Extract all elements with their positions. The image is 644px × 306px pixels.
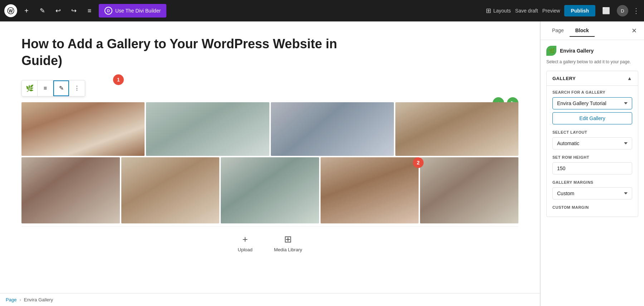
block-more-button[interactable]: ⋮	[69, 80, 85, 96]
row-height-input[interactable]	[552, 162, 632, 174]
toolbar-right: ⊞ Layouts Save draft Preview Publish ⬜ D…	[486, 4, 640, 17]
sidebar-tabs: Page Block	[546, 25, 595, 37]
upload-icon: +	[243, 234, 248, 245]
edit-pencil-icon: ✎	[59, 85, 64, 92]
gallery-image-2[interactable]	[146, 102, 269, 156]
custom-margin-label: CUSTOM MARGIN	[552, 205, 632, 209]
block-panel: 🌿 Envira Gallery Select a gallery below …	[541, 40, 644, 228]
search-gallery-label: SEARCH FOR A GALLERY	[552, 90, 632, 94]
add-button[interactable]: +	[20, 4, 33, 17]
gallery-image-5[interactable]	[21, 157, 120, 223]
main-area: 1 How to Add a Gallery to Your WordPress…	[0, 21, 644, 306]
envira-leaf-icon: 🌿	[546, 46, 556, 56]
step-badge-1: 1	[113, 74, 124, 85]
layouts-icon: ⊞	[486, 7, 491, 15]
gallery-select-wrapper: Envira Gallery Tutorial My Gallery Portf…	[552, 97, 632, 109]
media-library-button[interactable]: ⊞ Media Library	[274, 234, 302, 252]
close-icon: ✕	[631, 27, 637, 34]
gallery-image-8[interactable]	[321, 157, 419, 223]
accordion-toggle[interactable]: Gallery ▲	[547, 71, 638, 85]
top-toolbar: W + ✎ ↩ ↪ ≡ D Use The Divi Builder ⊞ Lay…	[0, 0, 644, 21]
sidebar-header: Page Block ✕	[541, 21, 644, 40]
sidebar-toggle-button[interactable]: ⬜	[600, 4, 613, 17]
undo-button[interactable]: ↩	[52, 4, 64, 17]
list-view-button[interactable]: ≡	[83, 4, 96, 17]
sidebar-close-button[interactable]: ✕	[630, 25, 638, 36]
block-toolbar: 🌿 ≡ ✎ ⋮	[21, 80, 85, 97]
gallery-select[interactable]: Envira Gallery Tutorial My Gallery Portf…	[552, 97, 632, 109]
tab-block[interactable]: Block	[570, 25, 595, 37]
margins-select[interactable]: Custom None Small Medium Large	[552, 187, 632, 199]
row-height-label: SET ROW HEIGHT	[552, 155, 632, 159]
gallery-accordion: Gallery ▲ SEARCH FOR A GALLERY Envira Ga…	[546, 71, 638, 217]
sidebar-toggle-icon: ⬜	[602, 7, 610, 15]
gallery-image-9[interactable]	[420, 157, 518, 223]
divi-builder-button[interactable]: D Use The Divi Builder	[99, 4, 166, 18]
page-title: How to Add a Gallery to Your WordPress W…	[21, 36, 518, 69]
block-align-button[interactable]: ≡	[38, 80, 53, 96]
redo-button[interactable]: ↪	[67, 4, 80, 17]
gallery-margins-label: GALLERY MARGINS	[552, 180, 632, 184]
breadcrumb-current: Envira Gallery	[24, 297, 53, 302]
upload-bar: + Upload ⊞ Media Library	[21, 226, 518, 260]
user-avatar[interactable]: D	[617, 5, 628, 16]
right-sidebar: Page Block ✕ 🌿 Envira Gallery Select a g…	[540, 21, 644, 306]
save-draft-button[interactable]: Save draft	[515, 8, 538, 14]
divi-circle: D	[104, 7, 112, 15]
leaf-icon: 🌿	[26, 84, 34, 92]
editor-area: 1 How to Add a Gallery to Your WordPress…	[0, 21, 540, 306]
more-dots-icon: ⋮	[74, 85, 80, 92]
gallery-row-2	[21, 157, 518, 223]
select-layout-label: SELECT LAYOUT	[552, 130, 632, 134]
gallery-image-6[interactable]	[121, 157, 220, 223]
pencil-icon: ✎	[40, 7, 45, 15]
more-icon: ⋮	[633, 7, 640, 15]
add-icon: +	[24, 7, 29, 15]
preview-button[interactable]: Preview	[542, 8, 560, 14]
more-options-button[interactable]: ⋮	[633, 6, 640, 15]
upload-label: Upload	[238, 247, 253, 252]
gallery-image-3[interactable]	[271, 102, 394, 156]
step-badge-2-wrapper: 2	[413, 157, 424, 168]
gallery-image-1[interactable]	[21, 102, 145, 156]
block-panel-desc: Select a gallery below to add it to your…	[546, 59, 638, 65]
tab-page[interactable]: Page	[546, 25, 570, 37]
gallery-section-title: Gallery	[552, 76, 576, 81]
breadcrumb-page[interactable]: Page	[6, 297, 16, 302]
accordion-body: SEARCH FOR A GALLERY Envira Gallery Tuto…	[547, 85, 638, 217]
breadcrumb-separator: ›	[19, 297, 21, 302]
gallery-image-4[interactable]	[395, 102, 518, 156]
block-transform-button[interactable]: 🌿	[22, 80, 38, 96]
gallery-image-7[interactable]	[221, 157, 319, 223]
wp-logo[interactable]: W	[4, 4, 17, 17]
align-icon: ≡	[44, 85, 47, 92]
media-library-label: Media Library	[274, 247, 302, 252]
redo-icon: ↪	[71, 7, 77, 15]
block-panel-header: 🌿 Envira Gallery	[546, 46, 638, 56]
breadcrumb: Page › Envira Gallery	[0, 293, 540, 306]
layouts-button[interactable]: ⊞ Layouts	[486, 7, 511, 15]
upload-button[interactable]: + Upload	[238, 234, 253, 252]
chevron-up-icon: ▲	[627, 75, 632, 81]
media-library-icon: ⊞	[284, 234, 292, 245]
block-panel-title: Envira Gallery	[560, 48, 594, 54]
publish-button[interactable]: Publish	[564, 5, 595, 16]
layouts-label: Layouts	[493, 8, 511, 14]
layout-select[interactable]: Automatic Grid Masonry Mosaic	[552, 137, 632, 149]
list-icon: ≡	[88, 7, 92, 15]
step-badge-2: 2	[413, 157, 424, 168]
pencil-button[interactable]: ✎	[36, 4, 49, 17]
svg-text:W: W	[9, 9, 13, 14]
block-edit-button[interactable]: ✎	[53, 80, 69, 96]
gallery-row-1	[21, 102, 518, 156]
undo-icon: ↩	[55, 7, 61, 15]
edit-gallery-button[interactable]: Edit Gallery	[552, 112, 632, 124]
divi-label: Use The Divi Builder	[115, 8, 161, 14]
